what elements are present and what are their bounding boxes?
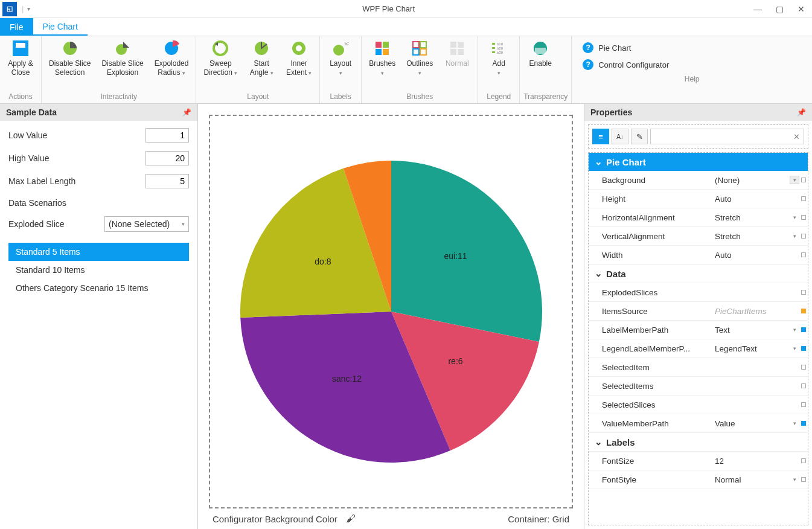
close-button[interactable]: ✕ <box>790 0 812 18</box>
property-row[interactable]: SelectedItems <box>589 377 808 396</box>
property-row[interactable]: Width Auto <box>589 246 808 264</box>
list-item[interactable]: Standard 10 Items <box>8 261 189 279</box>
svg-point-8 <box>296 45 302 51</box>
property-value[interactable]: LegendText <box>715 344 790 353</box>
property-row[interactable]: Height Auto <box>589 190 808 208</box>
property-value[interactable]: 12 <box>715 457 790 466</box>
property-marker <box>799 178 808 182</box>
property-value[interactable]: Auto <box>715 194 790 204</box>
outlines-icon <box>411 40 428 57</box>
help-icon: ? <box>583 59 593 70</box>
svg-rect-21 <box>450 49 456 55</box>
minimize-button[interactable]: — <box>747 0 769 18</box>
property-value[interactable]: PieChartItems <box>715 307 790 316</box>
eyedropper-icon[interactable]: 🖌 <box>346 513 356 524</box>
low-value-input[interactable] <box>145 128 189 143</box>
properties-grid[interactable]: ⌄Pie Chart Background (None) ▾ Height Au… <box>588 152 808 525</box>
alphabetical-button[interactable]: A↓ <box>612 129 628 144</box>
property-marker <box>799 346 808 351</box>
group-help-label: Help <box>575 75 808 86</box>
property-value[interactable]: (None) <box>715 176 790 185</box>
svg-rect-1 <box>16 43 25 48</box>
svg-text:b20: b20 <box>497 46 504 50</box>
categorized-button[interactable]: ≡ <box>592 129 609 144</box>
property-row[interactable]: ValueMemberPath Value ▾ <box>589 414 808 433</box>
tab-pie-chart[interactable]: Pie Chart <box>33 18 88 36</box>
svg-rect-15 <box>413 42 419 48</box>
svg-rect-14 <box>383 49 389 55</box>
property-name: Height <box>589 194 715 204</box>
svg-rect-0 <box>13 40 28 56</box>
legend-add-button[interactable]: b10b20b30Add▾ <box>482 37 516 80</box>
property-marker <box>799 402 808 407</box>
titlebar: ◱ | ▾ WPF Pie Chart — ▢ ✕ <box>0 0 812 18</box>
disable-slice-selection-button[interactable]: Disable Slice Selection <box>45 37 94 80</box>
exploded-slice-combo[interactable]: (None Selected)▾ <box>104 216 189 232</box>
pie-chart: eui:11re:6sanc:12do:8 <box>234 155 548 469</box>
normal-icon <box>449 40 465 57</box>
property-row[interactable]: SelectedSlices <box>589 396 808 414</box>
slice-label: eui:11 <box>444 251 467 261</box>
maximize-button[interactable]: ▢ <box>769 0 790 18</box>
property-row[interactable]: ExplodedSlices <box>589 283 808 302</box>
apply-close-button[interactable]: Apply & Close <box>4 37 37 80</box>
chart-area: eui:11re:6sanc:12do:8 Configurator Backg… <box>198 104 584 529</box>
property-value[interactable]: Normal <box>715 475 790 484</box>
property-value[interactable]: Text <box>715 325 790 335</box>
svg-rect-22 <box>458 49 464 55</box>
property-row[interactable]: HorizontalAlignment Stretch ▾ <box>589 208 808 227</box>
start-angle-button[interactable]: Start Angle ▾ <box>245 37 278 80</box>
inner-extent-button[interactable]: Inner Extent ▾ <box>282 37 316 80</box>
property-name: FontSize <box>589 457 715 466</box>
clear-icon[interactable]: ✕ <box>793 132 800 141</box>
chart-canvas[interactable]: eui:11re:6sanc:12do:8 <box>209 115 573 508</box>
pin-icon[interactable]: 📌 <box>797 108 806 117</box>
outlines-button[interactable]: Outlines▾ <box>403 37 436 80</box>
svg-rect-25 <box>492 51 495 53</box>
help-icon: ? <box>583 42 593 53</box>
property-value[interactable]: Auto <box>715 251 790 260</box>
property-row[interactable]: FontStyle Normal ▾ <box>589 470 808 489</box>
property-row[interactable]: ItemsSource PieChartItems <box>589 302 808 321</box>
properties-search-input[interactable]: ✕ <box>650 129 804 144</box>
list-item[interactable]: Standard 5 Items <box>8 243 189 261</box>
high-value-input[interactable] <box>145 151 189 165</box>
exploded-radius-button[interactable]: Expoloded Radius ▾ <box>151 37 193 80</box>
category-data[interactable]: ⌄Data <box>589 264 808 283</box>
property-value[interactable]: Value <box>715 419 790 428</box>
list-item[interactable]: Others Category Scenario 15 Items <box>8 279 189 297</box>
property-row[interactable]: Background (None) ▾ <box>589 171 808 190</box>
help-pie-chart-link[interactable]: ?Pie Chart <box>583 42 801 53</box>
svg-text:b30: b30 <box>497 51 504 54</box>
property-marker <box>799 365 808 370</box>
svg-rect-11 <box>376 42 382 48</box>
labels-layout-button[interactable]: b2Layout▾ <box>324 37 357 80</box>
radius-icon <box>163 40 180 57</box>
property-row[interactable]: VerticalAlignment Stretch ▾ <box>589 227 808 246</box>
property-row[interactable]: LabelMemberPath Text ▾ <box>589 321 808 339</box>
transparency-enable-button[interactable]: Enable <box>523 37 557 71</box>
property-value[interactable]: Stretch <box>715 232 790 241</box>
wand-button[interactable]: ✎ <box>631 129 648 144</box>
max-label-input[interactable] <box>145 174 189 188</box>
tab-file[interactable]: File <box>0 18 33 36</box>
slice-label: sanc:12 <box>331 374 361 383</box>
property-row[interactable]: LegendLabelMemberP... LegendText ▾ <box>589 339 808 358</box>
help-configurator-link[interactable]: ?Control Configurator <box>583 59 801 70</box>
sweep-direction-button[interactable]: Sweep Direction ▾ <box>200 37 241 80</box>
category-labels[interactable]: ⌄Labels <box>589 433 808 452</box>
property-row[interactable]: SelectedItem <box>589 358 808 377</box>
property-marker <box>799 234 808 239</box>
donut-icon <box>290 40 307 57</box>
labels-icon: b2 <box>332 40 349 57</box>
property-name: SelectedItems <box>589 382 715 391</box>
pin-icon[interactable]: 📌 <box>182 108 191 117</box>
max-label-label: Max Label Length <box>8 176 145 186</box>
category-pie-chart[interactable]: ⌄Pie Chart <box>589 153 808 171</box>
property-row[interactable]: FontSize 12 <box>589 452 808 470</box>
bg-color-label: Configurator Background Color <box>213 514 337 524</box>
property-name: ValueMemberPath <box>589 419 715 428</box>
brushes-button[interactable]: Brushes▾ <box>365 37 399 80</box>
property-value[interactable]: Stretch <box>715 213 790 222</box>
disable-slice-explosion-button[interactable]: Disable Slice Explosion <box>98 37 147 80</box>
